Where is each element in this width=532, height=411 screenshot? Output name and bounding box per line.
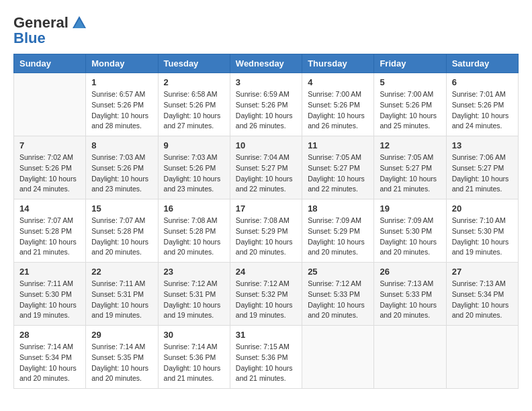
day-info: Sunrise: 7:12 AMSunset: 5:31 PMDaylight:…	[164, 279, 224, 321]
day-number: 9	[164, 140, 224, 150]
weekday-header-tuesday: Tuesday	[158, 54, 230, 73]
calendar-cell: 25Sunrise: 7:12 AMSunset: 5:33 PMDayligh…	[302, 263, 374, 326]
day-number: 26	[380, 267, 440, 277]
day-number: 1	[91, 77, 152, 87]
day-info: Sunrise: 7:09 AMSunset: 5:29 PMDaylight:…	[308, 216, 368, 258]
calendar-cell: 17Sunrise: 7:08 AMSunset: 5:29 PMDayligh…	[230, 199, 302, 263]
day-number: 15	[91, 203, 152, 214]
day-info: Sunrise: 7:05 AMSunset: 5:27 PMDaylight:…	[308, 152, 368, 195]
day-info: Sunrise: 7:08 AMSunset: 5:28 PMDaylight:…	[164, 216, 224, 258]
day-number: 6	[452, 77, 513, 87]
calendar-cell: 8Sunrise: 7:03 AMSunset: 5:26 PMDaylight…	[86, 136, 158, 199]
day-info: Sunrise: 6:57 AMSunset: 5:26 PMDaylight:…	[91, 89, 152, 132]
day-number: 2	[164, 77, 224, 87]
day-info: Sunrise: 7:06 AMSunset: 5:27 PMDaylight:…	[452, 152, 513, 195]
day-info: Sunrise: 7:07 AMSunset: 5:28 PMDaylight:…	[91, 216, 152, 258]
day-info: Sunrise: 7:13 AMSunset: 5:34 PMDaylight:…	[452, 279, 513, 321]
day-info: Sunrise: 7:03 AMSunset: 5:26 PMDaylight:…	[164, 152, 224, 195]
calendar-cell: 1Sunrise: 6:57 AMSunset: 5:26 PMDaylight…	[86, 73, 158, 136]
day-number: 18	[308, 203, 368, 214]
day-number: 7	[19, 140, 80, 150]
week-row-3: 14Sunrise: 7:07 AMSunset: 5:28 PMDayligh…	[14, 199, 519, 263]
day-info: Sunrise: 7:09 AMSunset: 5:30 PMDaylight:…	[380, 216, 440, 258]
logo-blue-text: Blue	[13, 30, 46, 46]
day-number: 19	[380, 203, 440, 214]
day-number: 27	[452, 267, 513, 277]
calendar-cell	[374, 326, 446, 389]
day-info: Sunrise: 6:58 AMSunset: 5:26 PMDaylight:…	[164, 89, 224, 132]
day-number: 4	[308, 77, 368, 87]
day-number: 25	[308, 267, 368, 277]
calendar-cell: 4Sunrise: 7:00 AMSunset: 5:26 PMDaylight…	[302, 73, 374, 136]
day-info: Sunrise: 7:11 AMSunset: 5:30 PMDaylight:…	[19, 279, 80, 321]
calendar-cell: 14Sunrise: 7:07 AMSunset: 5:28 PMDayligh…	[14, 199, 86, 263]
logo-icon	[70, 13, 89, 32]
day-number: 12	[380, 140, 440, 150]
day-info: Sunrise: 7:03 AMSunset: 5:26 PMDaylight:…	[91, 152, 152, 195]
day-info: Sunrise: 7:14 AMSunset: 5:35 PMDaylight:…	[91, 342, 152, 384]
calendar-cell: 3Sunrise: 6:59 AMSunset: 5:26 PMDaylight…	[230, 73, 302, 136]
day-info: Sunrise: 7:08 AMSunset: 5:29 PMDaylight:…	[236, 216, 296, 258]
day-number: 29	[91, 330, 152, 340]
calendar-cell: 12Sunrise: 7:05 AMSunset: 5:27 PMDayligh…	[374, 136, 446, 199]
calendar-cell: 7Sunrise: 7:02 AMSunset: 5:26 PMDaylight…	[14, 136, 86, 199]
calendar-cell: 21Sunrise: 7:11 AMSunset: 5:30 PMDayligh…	[14, 263, 86, 326]
day-number: 20	[452, 203, 513, 214]
calendar-cell	[446, 326, 518, 389]
weekday-header-thursday: Thursday	[302, 54, 374, 73]
day-info: Sunrise: 7:12 AMSunset: 5:33 PMDaylight:…	[308, 279, 368, 321]
day-info: Sunrise: 7:00 AMSunset: 5:26 PMDaylight:…	[308, 89, 368, 132]
day-info: Sunrise: 7:11 AMSunset: 5:31 PMDaylight:…	[91, 279, 152, 321]
day-info: Sunrise: 7:10 AMSunset: 5:30 PMDaylight:…	[452, 216, 513, 258]
calendar-cell: 27Sunrise: 7:13 AMSunset: 5:34 PMDayligh…	[446, 263, 518, 326]
day-number: 10	[236, 140, 296, 150]
day-info: Sunrise: 7:00 AMSunset: 5:26 PMDaylight:…	[380, 89, 440, 132]
day-info: Sunrise: 7:01 AMSunset: 5:26 PMDaylight:…	[452, 89, 513, 132]
day-info: Sunrise: 6:59 AMSunset: 5:26 PMDaylight:…	[236, 89, 296, 132]
calendar-cell: 5Sunrise: 7:00 AMSunset: 5:26 PMDaylight…	[374, 73, 446, 136]
calendar-cell	[302, 326, 374, 389]
calendar-cell: 6Sunrise: 7:01 AMSunset: 5:26 PMDaylight…	[446, 73, 518, 136]
calendar-cell: 2Sunrise: 6:58 AMSunset: 5:26 PMDaylight…	[158, 73, 230, 136]
week-row-4: 21Sunrise: 7:11 AMSunset: 5:30 PMDayligh…	[14, 263, 519, 326]
day-info: Sunrise: 7:14 AMSunset: 5:36 PMDaylight:…	[164, 342, 224, 384]
calendar-cell: 15Sunrise: 7:07 AMSunset: 5:28 PMDayligh…	[86, 199, 158, 263]
week-row-1: 1Sunrise: 6:57 AMSunset: 5:26 PMDaylight…	[14, 73, 519, 136]
calendar-cell: 30Sunrise: 7:14 AMSunset: 5:36 PMDayligh…	[158, 326, 230, 389]
week-row-2: 7Sunrise: 7:02 AMSunset: 5:26 PMDaylight…	[14, 136, 519, 199]
day-info: Sunrise: 7:12 AMSunset: 5:32 PMDaylight:…	[236, 279, 296, 321]
calendar: SundayMondayTuesdayWednesdayThursdayFrid…	[13, 54, 519, 389]
calendar-cell: 19Sunrise: 7:09 AMSunset: 5:30 PMDayligh…	[374, 199, 446, 263]
calendar-cell: 10Sunrise: 7:04 AMSunset: 5:27 PMDayligh…	[230, 136, 302, 199]
weekday-header-wednesday: Wednesday	[230, 54, 302, 73]
calendar-cell: 23Sunrise: 7:12 AMSunset: 5:31 PMDayligh…	[158, 263, 230, 326]
calendar-cell: 20Sunrise: 7:10 AMSunset: 5:30 PMDayligh…	[446, 199, 518, 263]
day-number: 22	[91, 267, 152, 277]
day-number: 17	[236, 203, 296, 214]
weekday-header-friday: Friday	[374, 54, 446, 73]
day-info: Sunrise: 7:13 AMSunset: 5:33 PMDaylight:…	[380, 279, 440, 321]
day-info: Sunrise: 7:14 AMSunset: 5:34 PMDaylight:…	[19, 342, 80, 384]
day-number: 16	[164, 203, 224, 214]
day-info: Sunrise: 7:05 AMSunset: 5:27 PMDaylight:…	[380, 152, 440, 195]
day-number: 8	[91, 140, 152, 150]
day-number: 23	[164, 267, 224, 277]
weekday-header-row: SundayMondayTuesdayWednesdayThursdayFrid…	[14, 54, 519, 73]
calendar-cell: 28Sunrise: 7:14 AMSunset: 5:34 PMDayligh…	[14, 326, 86, 389]
day-info: Sunrise: 7:15 AMSunset: 5:36 PMDaylight:…	[236, 342, 296, 384]
day-number: 24	[236, 267, 296, 277]
weekday-header-sunday: Sunday	[14, 54, 86, 73]
calendar-cell: 29Sunrise: 7:14 AMSunset: 5:35 PMDayligh…	[86, 326, 158, 389]
header: General Blue	[13, 13, 519, 47]
day-number: 14	[19, 203, 80, 214]
calendar-cell: 13Sunrise: 7:06 AMSunset: 5:27 PMDayligh…	[446, 136, 518, 199]
calendar-cell: 26Sunrise: 7:13 AMSunset: 5:33 PMDayligh…	[374, 263, 446, 326]
day-number: 31	[236, 330, 296, 340]
logo: General Blue	[13, 13, 89, 47]
calendar-cell	[14, 73, 86, 136]
day-number: 21	[19, 267, 80, 277]
day-info: Sunrise: 7:02 AMSunset: 5:26 PMDaylight:…	[19, 152, 80, 195]
day-info: Sunrise: 7:07 AMSunset: 5:28 PMDaylight:…	[19, 216, 80, 258]
calendar-cell: 16Sunrise: 7:08 AMSunset: 5:28 PMDayligh…	[158, 199, 230, 263]
day-number: 11	[308, 140, 368, 150]
